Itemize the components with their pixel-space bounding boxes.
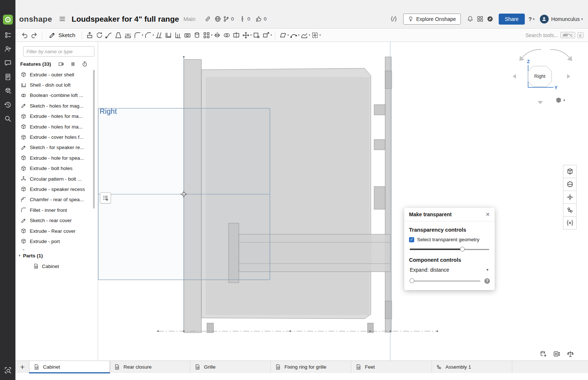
notifications-button[interactable] [465, 14, 475, 24]
tool-selection-button[interactable] [310, 30, 320, 40]
redo-button[interactable] [29, 30, 39, 40]
share-button[interactable]: Share [499, 14, 525, 25]
export-icon[interactable] [4, 87, 12, 95]
hamburger-menu-button[interactable] [57, 14, 67, 24]
sketch-button[interactable]: Sketch [45, 30, 79, 40]
app-store-button[interactable] [475, 14, 485, 24]
feature-item[interactable]: Sketch - holes for mag... [15, 101, 98, 111]
tool-modify-face-button[interactable] [261, 30, 271, 40]
tool-linear-pattern-button[interactable] [202, 30, 211, 40]
tool-boolean-button[interactable] [222, 30, 232, 40]
expand-slider-handle[interactable] [410, 278, 415, 283]
feature-item[interactable]: Boolean -combine loft ... [15, 90, 98, 101]
tab-cabinet[interactable]: Cabinet [29, 361, 110, 373]
tool-plane-button[interactable] [278, 30, 288, 40]
display-options-button[interactable] [563, 203, 577, 217]
undo-button[interactable] [20, 30, 29, 40]
view-options-button[interactable]: ▾ [555, 97, 565, 104]
transparency-slider[interactable] [410, 246, 489, 252]
selection-options-button[interactable] [100, 192, 111, 203]
feature-item[interactable]: Extrude - port [15, 236, 98, 246]
tab-feet[interactable]: Feet [351, 361, 432, 373]
right-plane-label[interactable]: Right [100, 107, 117, 116]
feature-item[interactable]: Extrude - cover holes f... [15, 132, 98, 142]
search-icon[interactable] [4, 115, 12, 123]
close-icon[interactable]: ✕ [485, 212, 490, 217]
user-name[interactable]: Homunculus [551, 16, 580, 22]
tool-chamfer-button[interactable] [143, 30, 153, 40]
stopwatch-icon[interactable] [82, 61, 88, 67]
tool-revolve-button[interactable] [94, 30, 104, 40]
dialog-header[interactable]: Make transparent ✕ [404, 208, 495, 221]
public-document-button[interactable] [213, 14, 223, 24]
feature-item[interactable]: Extrude - holes for ma... [15, 111, 98, 122]
tool-extrude-button[interactable] [85, 30, 94, 40]
filter-input[interactable] [23, 46, 94, 57]
parts-section-header[interactable]: ▾ Parts (1) [15, 250, 98, 261]
tool-shell-button[interactable] [164, 30, 173, 40]
record-icon[interactable] [553, 350, 560, 358]
add-tab-button[interactable]: + [15, 361, 29, 373]
tool-fillet-button[interactable] [133, 30, 142, 40]
tool-thicken-button[interactable] [123, 30, 133, 40]
help-icon[interactable]: ? [484, 278, 490, 284]
feature-item[interactable]: Sketch - for speaker re... [15, 142, 98, 153]
tool-mirror-button[interactable] [212, 30, 222, 40]
rotate-right-arrow-icon[interactable] [567, 74, 570, 79]
tool-sweep-button[interactable] [104, 30, 114, 40]
onshape-logo[interactable] [3, 15, 13, 25]
pause-icon[interactable] [70, 61, 76, 67]
feature-item[interactable]: Extrude - hole for spea... [15, 153, 98, 163]
copy-link-button[interactable] [203, 14, 213, 24]
explore-onshape-button[interactable]: Explore Onshape [403, 14, 460, 25]
chevron-down-icon[interactable]: ▾ [270, 33, 272, 37]
export-status-icon[interactable] [539, 350, 547, 358]
rotate-left-arrow-icon[interactable] [513, 74, 516, 79]
document-title[interactable]: Loudspeaker for 4" full range [72, 15, 179, 23]
variables-button[interactable] [563, 216, 577, 229]
feature-tree-icon[interactable] [4, 31, 12, 39]
tool-loft-button[interactable] [114, 30, 123, 40]
featurescript-button[interactable] [389, 14, 399, 24]
feature-item[interactable]: Extrude - holes for ma... [15, 122, 98, 132]
tool-curve-button[interactable] [289, 30, 298, 40]
units-icon[interactable] [567, 350, 574, 358]
workspace-label[interactable]: Main [183, 16, 196, 22]
tab-rear-closure[interactable]: Rear closure [110, 361, 190, 373]
chevron-down-icon[interactable]: ▾ [581, 17, 583, 21]
chevron-down-icon[interactable]: ▾ [319, 33, 321, 37]
notes-icon[interactable] [4, 73, 12, 81]
tool-surface-button[interactable] [300, 30, 309, 40]
feature-item[interactable]: Chamfer - rear of spea... [15, 195, 98, 205]
feature-item[interactable]: Fillet - inner front [15, 205, 98, 215]
feature-item[interactable]: Extrude - outer shell [15, 69, 98, 80]
rotate-down-arrow-icon[interactable] [538, 101, 543, 104]
branches-count[interactable]: 0 [223, 15, 234, 22]
graphics-viewport[interactable]: Right Z Y Right ▾ [98, 42, 588, 361]
history-icon[interactable] [4, 101, 12, 109]
zoom-select-icon[interactable] [4, 366, 12, 374]
tool-rib-button[interactable] [173, 30, 183, 40]
feature-item[interactable]: Extrude - Rear cover [15, 226, 98, 236]
comments-icon[interactable] [4, 59, 12, 67]
tool-hole-button[interactable] [183, 30, 192, 40]
feature-item[interactable]: Extrude - speaker recess [15, 184, 98, 194]
feature-item[interactable]: Extrude - bolt holes [15, 163, 98, 174]
tab-fixing-ring-for-grille[interactable]: Fixing ring for grille [271, 361, 351, 373]
versions-count[interactable]: 0 [239, 15, 250, 22]
part-item[interactable]: Cabinet [15, 261, 98, 271]
follow-icon[interactable] [4, 45, 12, 53]
tool-boss-button[interactable] [192, 30, 202, 40]
feature-item[interactable]: Sketch - rear cover [15, 215, 98, 225]
exploded-view-button[interactable] [563, 191, 577, 204]
tab-grille[interactable]: Grille [190, 361, 271, 373]
tool-split-button[interactable] [232, 30, 241, 40]
tool-draft-button[interactable] [154, 30, 164, 40]
user-avatar[interactable] [540, 15, 549, 23]
transparency-slider-handle[interactable] [460, 247, 465, 251]
feature-list-scrollbar[interactable] [93, 70, 95, 209]
expand-slider[interactable] [410, 278, 480, 284]
checkbox-checked-icon[interactable]: ✓ [409, 237, 414, 242]
learning-center-button[interactable] [485, 14, 495, 24]
named-views-button[interactable] [563, 165, 577, 178]
